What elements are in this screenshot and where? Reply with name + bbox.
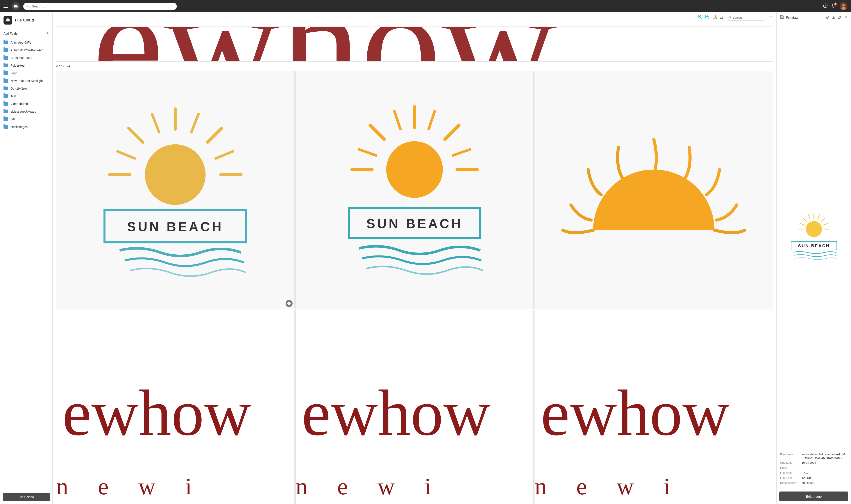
notifications-icon[interactable]: 1: [831, 3, 836, 9]
preview-image-area: SUN BEACH: [777, 23, 851, 450]
preview-metadata: File Name: sun-and-beach-illustarion-des…: [777, 450, 851, 489]
image-cell-script1[interactable]: ewhow n e w i: [56, 310, 295, 504]
preview-panel: Preview: [777, 12, 851, 504]
svg-text:n e  w i: n e w i: [56, 473, 204, 499]
px-label: px: [719, 16, 723, 19]
svg-line-29: [129, 128, 143, 142]
sidebar-folder-item[interactable]: Test: [0, 92, 52, 100]
sidebar-folder-list: Animated-GIFs Automates2024NewAcc... Chr…: [0, 39, 52, 131]
close-icon[interactable]: [844, 15, 848, 20]
svg-line-70: [818, 215, 819, 219]
svg-line-46: [394, 111, 400, 129]
menu-icon[interactable]: [3, 5, 8, 8]
preview-doc-icon: [780, 15, 784, 20]
sidebar-folder-item[interactable]: eMessageUploads: [0, 108, 52, 115]
folder-icon: [3, 64, 8, 67]
svg-text:SUN BEACH: SUN BEACH: [366, 216, 463, 231]
sidebar-folder-item[interactable]: New-Features-Spotlight: [0, 77, 52, 85]
edit-image-button[interactable]: Edit Image: [779, 491, 848, 501]
image-cell-sunbeach2[interactable]: SUN BEACH: [295, 71, 534, 309]
svg-line-72: [823, 223, 827, 225]
svg-line-33: [216, 151, 233, 158]
sidebar-folder-label: Test: [11, 94, 16, 98]
partial-image-cell[interactable]: ewhow n e w i: [56, 26, 773, 61]
edit-icon[interactable]: [838, 15, 842, 20]
svg-point-6: [841, 6, 846, 10]
svg-text:n e  w i: n e w i: [296, 473, 443, 499]
folder-icon: [3, 48, 8, 52]
svg-text:ewhow: ewhow: [301, 376, 490, 449]
sidebar-title: File Cloud: [15, 18, 34, 22]
global-search-input[interactable]: [32, 4, 173, 8]
folder-icon: [3, 125, 8, 129]
toolbar-search-input[interactable]: [733, 16, 764, 19]
svg-point-74: [806, 221, 822, 237]
svg-line-31: [191, 114, 198, 132]
partial-top-row: ewhow n e w i: [56, 26, 773, 61]
sidebar-folder-item[interactable]: pdf: [0, 115, 52, 123]
sidebar-folder-label: Automates2024NewAcc...: [11, 49, 46, 52]
image-cell-script3[interactable]: ewhow n e w i: [535, 310, 773, 504]
svg-line-32: [152, 114, 159, 132]
svg-line-1: [29, 6, 30, 7]
content-body: ewhow n e w i Apr 2024: [53, 23, 777, 504]
sidebar-folder-item[interactable]: Oct-19-New: [0, 85, 52, 92]
svg-line-66: [821, 218, 825, 221]
sidebar-folder-item[interactable]: VideoThumb: [0, 100, 52, 108]
user-avatar[interactable]: [839, 2, 848, 10]
svg-line-9: [700, 18, 701, 19]
add-folder-plus-icon[interactable]: +: [46, 31, 49, 36]
sidebar-folder-label: eMessageUploads: [11, 110, 36, 113]
preview-title: Preview: [786, 16, 824, 20]
preview-eye-badge[interactable]: [285, 300, 293, 307]
svg-line-34: [118, 151, 135, 158]
sidebar-folder-item[interactable]: Christmas-2019: [0, 54, 52, 61]
sidebar-folder-item[interactable]: Automates2024NewAcc...: [0, 46, 52, 54]
folder-icon: [3, 79, 8, 83]
sidebar-folder-label: Animated-GIFs: [11, 41, 31, 44]
main-content: px: [53, 12, 777, 504]
meta-updated-value: 19/04/2024: [802, 461, 816, 464]
image-cell-sunhalf[interactable]: [535, 71, 773, 309]
image-cell-sunbeach1[interactable]: SUN BEACH: [56, 71, 295, 309]
folder-icon: [3, 40, 8, 44]
svg-line-20: [730, 18, 731, 19]
svg-text:SUN BEACH: SUN BEACH: [127, 219, 224, 234]
file-upload-button[interactable]: File Upload: [3, 492, 50, 501]
cloud-logo-icon: [12, 2, 20, 10]
sidebar-folder-item[interactable]: Animated-GIFs: [0, 39, 52, 46]
add-folder-button[interactable]: Add Folder +: [0, 28, 52, 39]
meta-updated-row: Updated: 19/04/2024: [780, 461, 848, 464]
sidebar-folder-label: Oct-19-New: [11, 87, 27, 90]
image-cell-script2[interactable]: ewhow n e w i: [295, 310, 534, 504]
svg-point-39: [289, 303, 290, 304]
new-file-icon[interactable]: [712, 15, 717, 21]
sidebar-folder-label: Folder-test: [11, 64, 25, 67]
help-icon[interactable]: ?: [823, 3, 828, 9]
svg-text:ewhow: ewhow: [541, 376, 730, 449]
meta-filetype-row: File Type: PNG: [780, 471, 848, 474]
meta-path-value: /: [802, 466, 802, 469]
zoom-out-icon[interactable]: [705, 15, 710, 21]
folder-icon: [3, 56, 8, 59]
folder-icon: [3, 117, 8, 121]
svg-line-13: [708, 18, 709, 19]
link-icon[interactable]: [826, 15, 830, 20]
sidebar-folder-item[interactable]: Logo: [0, 69, 52, 77]
toolbar-search-bar[interactable]: [726, 15, 766, 21]
svg-line-71: [808, 215, 810, 219]
svg-line-45: [429, 111, 435, 129]
top-navigation: ? 1: [0, 0, 851, 12]
zoom-in-icon[interactable]: [697, 15, 702, 21]
download-icon[interactable]: [832, 15, 836, 20]
svg-rect-16: [714, 15, 715, 16]
filter-icon[interactable]: [769, 15, 773, 20]
meta-filename-value: sun-and-beach-illustarion-design-f or-ho…: [802, 453, 848, 459]
global-search-bar[interactable]: [23, 3, 177, 10]
svg-rect-59: [780, 15, 783, 18]
sidebar: File Cloud Add Folder + Animated-GIFs Au…: [0, 12, 53, 504]
sidebar-folder-item[interactable]: stockimages: [0, 123, 52, 131]
sidebar-folder-item[interactable]: Folder-test: [0, 61, 52, 69]
svg-text:?: ?: [824, 4, 826, 7]
svg-line-48: [359, 149, 376, 156]
